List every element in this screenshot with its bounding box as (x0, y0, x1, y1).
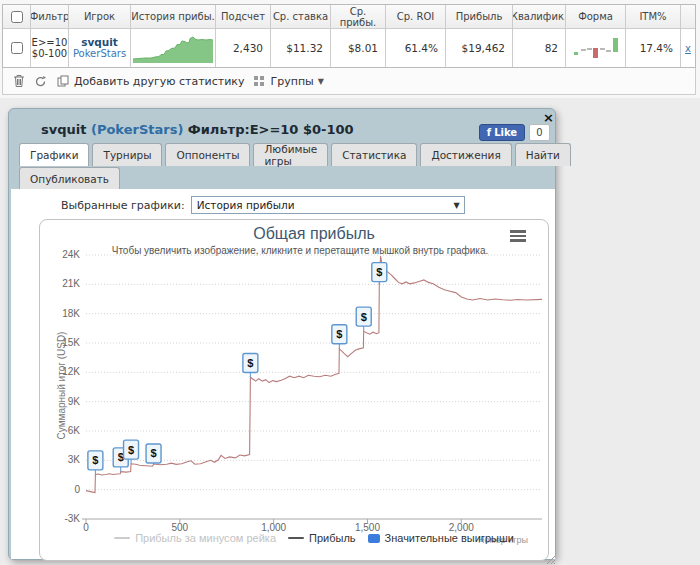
facebook-like-button[interactable]: f Like (479, 124, 525, 141)
like-label: Like (494, 127, 517, 138)
groups-caret-icon: ▼ (318, 77, 324, 86)
chart-legend: Прибыль за минусом рейка Прибыль Значите… (86, 532, 542, 544)
profit-sparkline-chart (133, 33, 213, 63)
svg-text:$: $ (376, 266, 382, 278)
copy-icon (55, 74, 70, 89)
count-cell: 2,430 (216, 29, 271, 67)
tab-2[interactable]: Турниры (92, 143, 162, 166)
selected-charts-label: Выбранные графики: (61, 199, 185, 212)
svg-text:$: $ (150, 447, 156, 459)
column-header-profit[interactable]: Прибыль (446, 5, 513, 28)
legend-label: Прибыль (309, 532, 356, 544)
player-panel: svquit (PokerStars) Фильтр:E>=10 $0-100 … (8, 108, 556, 560)
chart-plot: $$$$$$$$ (40, 220, 550, 562)
panel-title: svquit (PokerStars) Фильтр:E>=10 $0-100 (41, 122, 354, 137)
qualified-cell: 82 (513, 29, 566, 67)
column-header-form[interactable]: Форма (566, 5, 626, 28)
legend-item-profit-minus-rake[interactable]: Прибыль за минусом рейка (114, 532, 276, 544)
column-header-filter[interactable]: Фильтр (31, 5, 69, 28)
legend-item-profit[interactable]: Прибыль (288, 532, 356, 544)
remove-row-cell: x (681, 29, 695, 67)
tab-8[interactable]: Опубликовать (19, 167, 120, 190)
table-toolbar: Добавить другую статистику Группы ▼ (2, 68, 696, 95)
refresh-icon[interactable] (33, 74, 48, 89)
add-statistic-button[interactable]: Добавить другую статистику (55, 74, 245, 89)
avg-profit-cell: $8.01 (331, 29, 386, 67)
close-icon[interactable]: × (543, 110, 554, 125)
profit-history-cell[interactable] (131, 29, 216, 67)
column-header-actions (681, 5, 695, 28)
select-all-cell (3, 5, 31, 28)
y-tick-label: 24K (42, 249, 80, 260)
player-cell: svquit PokerStars (69, 29, 131, 67)
chart-type-select[interactable]: История прибыли ▼ (191, 196, 465, 214)
tab-7[interactable]: Найти (515, 143, 571, 166)
avg-stake-cell: $11.32 (271, 29, 331, 67)
column-header-qualified[interactable]: Квалифик. (513, 5, 566, 28)
y-tick-label: 0 (42, 484, 80, 495)
tab-4[interactable]: Любимые игры (253, 143, 328, 166)
column-header-avg-stake[interactable]: Ср. ставка (271, 5, 331, 28)
y-axis-title: Суммарный итог (USD) (56, 331, 67, 441)
table-header-row: Фильтр Игрок История прибы. Подсчет Ср. … (3, 5, 695, 28)
panel-content: Выбранные графики: История прибыли ▼ Общ… (11, 189, 555, 559)
like-count-badge: 0 (529, 124, 550, 141)
filter-cell: E>=10 $0-100 (31, 29, 69, 67)
y-tick-label: 3K (42, 454, 80, 465)
chevron-down-icon: ▼ (453, 201, 459, 210)
groups-label: Группы (271, 75, 314, 88)
column-header-avg-profit[interactable]: Ср. прибы. (331, 5, 386, 28)
avg-roi-cell: 61.4% (386, 29, 446, 67)
tab-5[interactable]: Статистика (331, 143, 417, 166)
legend-item-significant-wins[interactable]: Значительные выигрыши (368, 532, 514, 544)
resize-handle-icon[interactable] (546, 551, 556, 565)
legend-square-icon (368, 534, 380, 543)
remove-row-link[interactable]: x (685, 43, 691, 54)
svg-text:$: $ (128, 444, 134, 456)
tabs-row-2: Опубликовать (19, 167, 120, 190)
row-select-cell (3, 29, 31, 67)
groups-grid-icon (252, 74, 267, 89)
column-header-itm[interactable]: ITM% (626, 5, 681, 28)
page: Фильтр Игрок История прибы. Подсчет Ср. … (0, 0, 700, 565)
row-checkbox[interactable] (11, 42, 23, 54)
profit-chart[interactable]: Общая прибыль Чтобы увеличить изображени… (39, 219, 549, 561)
chart-select-row: Выбранные графики: История прибыли ▼ (61, 196, 465, 214)
delete-icon[interactable] (11, 74, 26, 89)
table-row: E>=10 $0-100 svquit PokerStars 2,430 $11… (3, 28, 695, 67)
legend-line-icon (114, 537, 130, 539)
chart-select-value: История прибыли (197, 199, 295, 211)
panel-title-site[interactable]: (PokerStars) (91, 122, 183, 137)
tab-1[interactable]: Графики (19, 143, 89, 166)
profit-cell: $19,462 (446, 29, 513, 67)
legend-label: Значительные выигрыши (385, 532, 514, 544)
y-tick-label: 18K (42, 308, 80, 319)
add-statistic-label: Добавить другую статистику (74, 75, 245, 88)
form-mini-chart (572, 36, 620, 60)
select-all-checkbox[interactable] (11, 11, 23, 23)
column-header-avg-roi[interactable]: Ср. ROI (386, 5, 446, 28)
form-cell (566, 29, 626, 67)
legend-line-icon (288, 537, 304, 539)
svg-text:$: $ (361, 311, 367, 323)
facebook-icon: f (487, 127, 491, 138)
svg-text:$: $ (247, 357, 253, 369)
svg-text:$: $ (336, 328, 342, 340)
player-name-link[interactable]: svquit (81, 36, 118, 48)
tab-3[interactable]: Оппоненты (165, 143, 250, 166)
column-header-count[interactable]: Подсчет (216, 5, 271, 28)
player-site-link[interactable]: PokerStars (73, 48, 126, 60)
legend-label: Прибыль за минусом рейка (135, 532, 276, 544)
stats-table: Фильтр Игрок История прибы. Подсчет Ср. … (2, 4, 696, 68)
top-section: Фильтр Игрок История прибы. Подсчет Ср. … (0, 0, 700, 98)
groups-button[interactable]: Группы ▼ (252, 74, 324, 89)
y-tick-label: 21K (42, 278, 80, 289)
panel-title-player: svquit (41, 122, 91, 137)
svg-text:$: $ (92, 454, 98, 466)
tab-6[interactable]: Достижения (420, 143, 511, 166)
panel-title-filter: Фильтр:E>=10 $0-100 (183, 122, 353, 137)
tabs-row-1: ГрафикиТурнирыОппонентыЛюбимые игрыСтати… (19, 143, 571, 166)
column-header-profit-history[interactable]: История прибы. (131, 5, 216, 28)
itm-cell: 17.4% (626, 29, 681, 67)
column-header-player[interactable]: Игрок (69, 5, 131, 28)
